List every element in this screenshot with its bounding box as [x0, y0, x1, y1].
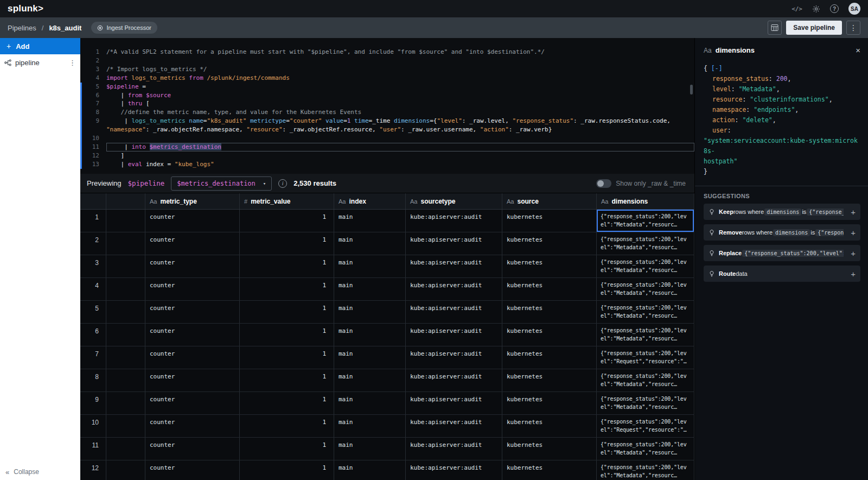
- cell-metric-value[interactable]: 1: [240, 255, 334, 277]
- column-header-dimensions[interactable]: Aadimensions: [597, 193, 694, 209]
- cell-dimensions[interactable]: {"response_status":200,"level":"Metadata…: [597, 210, 694, 232]
- cell-metric-type[interactable]: counter: [145, 232, 240, 255]
- code-line[interactable]: 11 | into $metrics_destination: [80, 143, 694, 151]
- code-text[interactable]: $pipeline =: [106, 83, 694, 91]
- code-line[interactable]: 12 ]: [80, 151, 694, 160]
- cell-dimensions[interactable]: {"response_status":200,"level":"Metadata…: [597, 278, 694, 300]
- breadcrumb-pipelines[interactable]: Pipelines: [8, 24, 36, 32]
- cell-sourcetype[interactable]: kube:apiserver:audit: [406, 210, 502, 232]
- cell-source[interactable]: kubernetes: [502, 438, 597, 460]
- code-text[interactable]: [106, 56, 694, 65]
- cell-source[interactable]: kubernetes: [502, 210, 597, 232]
- cell-index[interactable]: main: [334, 278, 406, 300]
- close-icon[interactable]: ×: [856, 46, 860, 55]
- code-text[interactable]: | into $metrics_destination: [106, 143, 694, 151]
- cell-index[interactable]: main: [334, 301, 406, 323]
- cell-metric-value[interactable]: 1: [240, 278, 334, 300]
- suggestion-card[interactable]: Remove rows where dimensions is {"respon…: [704, 224, 860, 241]
- column-header-source[interactable]: Aasource: [502, 193, 597, 209]
- more-options-button[interactable]: ⋮: [846, 21, 860, 35]
- cell-dimensions[interactable]: {"response_status":200,"level":"Metadata…: [597, 324, 694, 346]
- code-text[interactable]: ]: [106, 151, 694, 160]
- cell-metric-value[interactable]: 1: [240, 415, 334, 437]
- collapse-control[interactable]: « Collapse: [0, 464, 80, 480]
- cell-metric-value[interactable]: 1: [240, 460, 334, 480]
- cell-sourcetype[interactable]: kube:apiserver:audit: [406, 392, 502, 414]
- suggestion-card[interactable]: Replace {"response_status":200,"level":"…: [704, 245, 860, 261]
- cell-dimensions[interactable]: {"response_status":200,"level":"Request"…: [597, 415, 694, 437]
- suggestion-card[interactable]: Keep rows where dimensions is {"response…: [704, 204, 860, 220]
- code-text[interactable]: | eval index = "kube_logs": [106, 160, 694, 169]
- cell-metric-type[interactable]: counter: [145, 324, 240, 346]
- cell-source[interactable]: kubernetes: [502, 301, 597, 323]
- code-text[interactable]: | from $source: [106, 91, 694, 100]
- cell-source[interactable]: kubernetes: [502, 278, 597, 300]
- cell-metric-value[interactable]: 1: [240, 301, 334, 323]
- code-line[interactable]: 9 | logs_to_metrics name="k8s_audit" met…: [80, 117, 694, 134]
- code-line[interactable]: 2: [80, 56, 694, 65]
- cell-index[interactable]: main: [334, 255, 406, 277]
- cell-sourcetype[interactable]: kube:apiserver:audit: [406, 346, 502, 369]
- cell-dimensions[interactable]: {"response_status":200,"level":"Metadata…: [597, 255, 694, 277]
- column-header-sourcetype[interactable]: Aasourcetype: [406, 193, 502, 209]
- cell-metric-value[interactable]: 1: [240, 369, 334, 391]
- cell-index[interactable]: main: [334, 369, 406, 391]
- cell-sourcetype[interactable]: kube:apiserver:audit: [406, 438, 502, 460]
- add-button[interactable]: + Add: [0, 38, 80, 54]
- code-line[interactable]: 4import logs_to_metrics from /splunk/ing…: [80, 74, 694, 83]
- cell-metric-type[interactable]: counter: [145, 278, 240, 300]
- code-text[interactable]: /* Import logs_to_metrics */: [106, 65, 694, 74]
- cell-metric-type[interactable]: counter: [145, 415, 240, 437]
- cell-index[interactable]: main: [334, 438, 406, 460]
- cell-dimensions[interactable]: {"response_status":200,"level":"Metadata…: [597, 301, 694, 323]
- cell-index[interactable]: main: [334, 232, 406, 255]
- cell-sourcetype[interactable]: kube:apiserver:audit: [406, 460, 502, 480]
- cell-metric-type[interactable]: counter: [145, 392, 240, 414]
- cell-dimensions[interactable]: {"response_status":200,"level":"Metadata…: [597, 232, 694, 255]
- code-line[interactable]: 1/*A valid SPL2 statement for a pipeline…: [80, 48, 694, 56]
- cell-dimensions[interactable]: {"response_status":200,"level":"Metadata…: [597, 460, 694, 480]
- cell-sourcetype[interactable]: kube:apiserver:audit: [406, 369, 502, 391]
- add-suggestion-icon[interactable]: +: [847, 228, 856, 237]
- code-line[interactable]: 7 | thru [: [80, 99, 694, 108]
- sidebar-item-pipeline[interactable]: pipeline ⋮: [0, 54, 80, 71]
- help-icon[interactable]: ?: [830, 4, 839, 13]
- code-text[interactable]: import logs_to_metrics from /splunk/inge…: [106, 74, 694, 83]
- code-icon[interactable]: </>: [792, 5, 802, 12]
- table-view-button[interactable]: [768, 21, 782, 35]
- cell-metric-value[interactable]: 1: [240, 438, 334, 460]
- code-text[interactable]: | logs_to_metrics name="k8s_audit" metri…: [106, 117, 694, 134]
- suggestion-card[interactable]: Route data+: [704, 266, 860, 282]
- code-text[interactable]: [106, 134, 694, 143]
- cell-metric-type[interactable]: counter: [145, 460, 240, 480]
- destination-dropdown[interactable]: $metrics_destination ▾: [171, 176, 272, 191]
- cell-sourcetype[interactable]: kube:apiserver:audit: [406, 324, 502, 346]
- cell-metric-type[interactable]: counter: [145, 210, 240, 232]
- code-line[interactable]: 13 | eval index = "kube_logs": [80, 160, 694, 169]
- code-text[interactable]: | thru [: [106, 99, 694, 108]
- code-line[interactable]: 8 //define the metric name, type, and va…: [80, 108, 694, 117]
- cell-metric-value[interactable]: 1: [240, 392, 334, 414]
- item-kebab-icon[interactable]: ⋮: [69, 59, 76, 67]
- cell-metric-value[interactable]: 1: [240, 232, 334, 255]
- cell-dimensions[interactable]: {"response_status":200,"level":"Request"…: [597, 346, 694, 369]
- cell-index[interactable]: main: [334, 392, 406, 414]
- cell-index[interactable]: main: [334, 210, 406, 232]
- cell-index[interactable]: main: [334, 460, 406, 480]
- spl2-editor[interactable]: 1/*A valid SPL2 statement for a pipeline…: [80, 38, 694, 174]
- cell-metric-type[interactable]: counter: [145, 438, 240, 460]
- add-suggestion-icon[interactable]: +: [847, 207, 856, 217]
- cell-metric-value[interactable]: 1: [240, 346, 334, 369]
- cell-metric-value[interactable]: 1: [240, 210, 334, 232]
- collapse-toggle[interactable]: [-]: [711, 65, 723, 72]
- cell-source[interactable]: kubernetes: [502, 415, 597, 437]
- cell-metric-value[interactable]: 1: [240, 324, 334, 346]
- editor-scrollbar[interactable]: [690, 85, 693, 94]
- cell-index[interactable]: main: [334, 324, 406, 346]
- cell-dimensions[interactable]: {"response_status":200,"level":"Metadata…: [597, 392, 694, 414]
- cell-sourcetype[interactable]: kube:apiserver:audit: [406, 278, 502, 300]
- cell-source[interactable]: kubernetes: [502, 392, 597, 414]
- cell-sourcetype[interactable]: kube:apiserver:audit: [406, 415, 502, 437]
- code-text[interactable]: /*A valid SPL2 statement for a pipeline …: [106, 48, 694, 56]
- code-line[interactable]: 10: [80, 134, 694, 143]
